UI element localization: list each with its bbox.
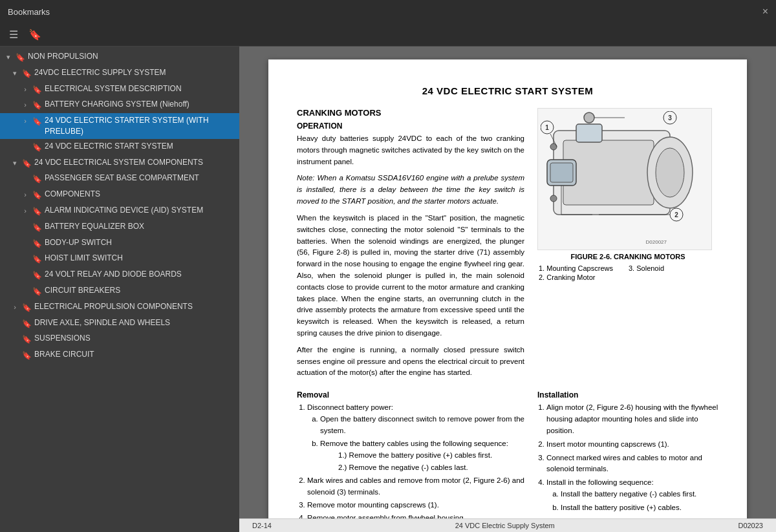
sidebar-item-brake-circuit[interactable]: 🔖BRAKE CIRCUIT: [0, 347, 239, 363]
bookmark-icon[interactable]: 🔖: [26, 27, 44, 42]
figure-caption: FIGURE 2-6. CRANKING MOTORS: [537, 253, 718, 261]
sidebar-item-suspensions[interactable]: 🔖SUSPENSIONS: [0, 331, 239, 347]
toggle-24vdc-starter[interactable]: [19, 115, 31, 126]
toggle-components[interactable]: [19, 189, 31, 200]
note: Note: When a Komatsu SSDA16V160 engine w…: [297, 173, 524, 207]
toggle-24vdc-start[interactable]: [19, 141, 31, 152]
sidebar-label-battery-eq: BATTERY EQUALIZER BOX: [43, 221, 237, 232]
sidebar-item-24volt-relay[interactable]: 🔖24 VOLT RELAY AND DIODE BOARDS: [0, 267, 239, 283]
figure-box: 3 1 2: [537, 108, 718, 282]
toggle-passenger-seat[interactable]: [19, 173, 31, 184]
toggle-suspensions[interactable]: [9, 333, 21, 344]
toggle-alarm-device[interactable]: [19, 205, 31, 216]
toggle-battery-charging[interactable]: [19, 99, 31, 110]
page-paper: 24 VDC ELECTRIC START SYSTEM CRANKING MO…: [268, 59, 747, 518]
sidebar-label-hoist-limit: HOIST LIMIT SWITCH: [43, 253, 237, 264]
sidebar-item-24vdc-supply[interactable]: 🔖24VDC ELECTRIC SUPPLY SYSTEM: [0, 65, 239, 81]
para3: After the engine is running, a normally …: [297, 345, 524, 379]
sidebar-label-24vdc-elec-sys: 24 VDC ELECTRICAL SYSTEM COMPONENTS: [32, 157, 237, 168]
list-view-icon[interactable]: ☰: [6, 27, 21, 42]
bookmarks-header: Bookmarks ×: [0, 0, 776, 23]
bookmark-icon-drive-axle: 🔖: [21, 317, 32, 330]
bookmark-icon-battery-charging: 🔖: [31, 99, 43, 111]
bookmark-icon-circuit-breakers: 🔖: [31, 285, 43, 297]
removal-section: Removal Disconnect battery power: Open t…: [297, 390, 524, 518]
installation-heading: Installation: [537, 390, 718, 399]
bookmark-icon-non-propulsion: 🔖: [14, 51, 26, 63]
bookmark-icon-body-up: 🔖: [31, 237, 43, 250]
toggle-circuit-breakers[interactable]: [19, 285, 31, 296]
installation-list: Align motor (2, Figure 2-6) housing with…: [537, 402, 718, 518]
removal-step-3: Remove motor mounting capscrews (1).: [307, 500, 524, 511]
sidebar-label-components: COMPONENTS: [43, 189, 237, 200]
para1: Heavy duty batteries supply 24VDC to eac…: [297, 133, 524, 167]
sidebar-item-circuit-breakers[interactable]: 🔖CIRCUIT BREAKERS: [0, 283, 239, 299]
toggle-elec-sys-desc[interactable]: [19, 83, 31, 94]
removal-step-4: Remove motor assembly from flywheel hous…: [307, 513, 524, 518]
sidebar-label-24vdc-supply: 24VDC ELECTRIC SUPPLY SYSTEM: [32, 67, 237, 78]
bookmark-icon-hoist-limit: 🔖: [31, 253, 43, 265]
sidebar-item-24vdc-start[interactable]: 🔖24 VDC ELECTRIC START SYSTEM: [0, 139, 239, 155]
svg-text:D020027: D020027: [646, 239, 667, 245]
page-title: 24 VDC ELECTRIC START SYSTEM: [297, 85, 718, 96]
sidebar-item-hoist-limit[interactable]: 🔖HOIST LIMIT SWITCH: [0, 251, 239, 267]
sidebar-item-components[interactable]: 🔖COMPONENTS: [0, 187, 239, 203]
close-button[interactable]: ×: [762, 6, 768, 17]
sidebar-item-body-up[interactable]: 🔖BODY-UP SWITCH: [0, 235, 239, 251]
install-step-4a: Install the battery negative (-) cables …: [561, 489, 718, 500]
two-col-lower: Removal Disconnect battery power: Open t…: [297, 390, 718, 518]
install-step-1: Align motor (2, Figure 2-6) housing with…: [546, 402, 718, 436]
sidebar-label-elec-propulsion: ELECTRICAL PROPULSION COMPONENTS: [32, 301, 237, 312]
bookmark-icon-suspensions: 🔖: [21, 333, 32, 345]
svg-text:3: 3: [668, 114, 672, 122]
removal-list: Disconnect battery power: Open the batte…: [307, 402, 524, 518]
legend-item-2: 3. Solenoid: [629, 264, 717, 272]
svg-text:1: 1: [545, 124, 549, 131]
legend-item-1: 1. Mounting Capscrews: [539, 264, 627, 272]
toggle-24volt-relay[interactable]: [19, 269, 31, 280]
toggle-body-up[interactable]: [19, 237, 31, 248]
toggle-24vdc-supply[interactable]: [9, 67, 21, 78]
document-view: 24 VDC ELECTRIC START SYSTEM CRANKING MO…: [239, 47, 776, 532]
toggle-battery-eq[interactable]: [19, 221, 31, 232]
toggle-drive-axle[interactable]: [9, 317, 21, 328]
toggle-non-propulsion[interactable]: [3, 51, 14, 62]
sidebar-label-body-up: BODY-UP SWITCH: [43, 237, 237, 248]
svg-rect-5: [550, 163, 573, 182]
main-area: 🔖NON PROPULSION🔖24VDC ELECTRIC SUPPLY SY…: [0, 47, 776, 532]
sidebar-label-passenger-seat: PASSENGER SEAT BASE COMPARTMENT: [43, 173, 237, 184]
removal-seq-2: 2.) Remove the negative (-) cables last.: [338, 462, 524, 474]
sidebar-item-alarm-device[interactable]: 🔖ALARM INDICATING DEVICE (AID) SYSTEM: [0, 203, 239, 219]
bookmark-icon-elec-sys-desc: 🔖: [31, 83, 43, 96]
bookmark-icon-elec-propulsion: 🔖: [21, 301, 32, 314]
removal-step-2: Mark wires and cables and remove from mo…: [307, 475, 524, 498]
toggle-hoist-limit[interactable]: [19, 253, 31, 264]
toggle-24vdc-elec-sys[interactable]: [9, 157, 21, 168]
bookmark-icon-components: 🔖: [31, 189, 43, 201]
sidebar-label-24vdc-starter: 24 VDC ELECTRIC STARTER SYSTEM (WITH PRE…: [43, 115, 237, 137]
sidebar-label-drive-axle: DRIVE AXLE, SPINDLE AND WHEELS: [32, 317, 237, 328]
sidebar-item-24vdc-starter[interactable]: 🔖24 VDC ELECTRIC STARTER SYSTEM (WITH PR…: [0, 113, 239, 139]
sidebar-item-24vdc-elec-sys[interactable]: 🔖24 VDC ELECTRICAL SYSTEM COMPONENTS: [0, 155, 239, 171]
footer-center: 24 VDC Electric Supply System: [455, 522, 555, 529]
sidebar-item-passenger-seat[interactable]: 🔖PASSENGER SEAT BASE COMPARTMENT: [0, 171, 239, 187]
sidebar-item-battery-eq[interactable]: 🔖BATTERY EQUALIZER BOX: [0, 219, 239, 235]
toggle-brake-circuit[interactable]: [9, 349, 21, 360]
svg-point-3: [656, 148, 684, 197]
sidebar-item-non-propulsion[interactable]: 🔖NON PROPULSION: [0, 49, 239, 65]
sidebar-item-drive-axle[interactable]: 🔖DRIVE AXLE, SPINDLE AND WHEELS: [0, 315, 239, 332]
svg-point-9: [550, 195, 557, 202]
svg-rect-1: [563, 140, 654, 205]
figure-image: 3 1 2: [537, 108, 712, 250]
removal-step-1a: Open the battery disconnect switch to re…: [320, 414, 524, 437]
bookmark-icon-24vdc-start: 🔖: [31, 141, 43, 153]
install-step-2: Insert motor mounting capscrews (1).: [546, 439, 718, 451]
sidebar-item-battery-charging[interactable]: 🔖BATTERY CHARGING SYSTEM (Niehoff): [0, 97, 239, 113]
doc-col-left: CRANKING MOTORS OPERATION Heavy duty bat…: [297, 108, 524, 384]
sidebar-item-elec-propulsion[interactable]: 🔖ELECTRICAL PROPULSION COMPONENTS: [0, 299, 239, 315]
toggle-elec-propulsion[interactable]: [9, 301, 21, 312]
bookmark-icon-passenger-seat: 🔖: [31, 173, 43, 185]
install-step-3: Connect marked wires and cables to motor…: [546, 452, 718, 476]
sidebar-item-elec-sys-desc[interactable]: 🔖ELECTRICAL SYSTEM DESCRIPTION: [0, 81, 239, 98]
section-heading-cranking: CRANKING MOTORS: [297, 108, 524, 118]
